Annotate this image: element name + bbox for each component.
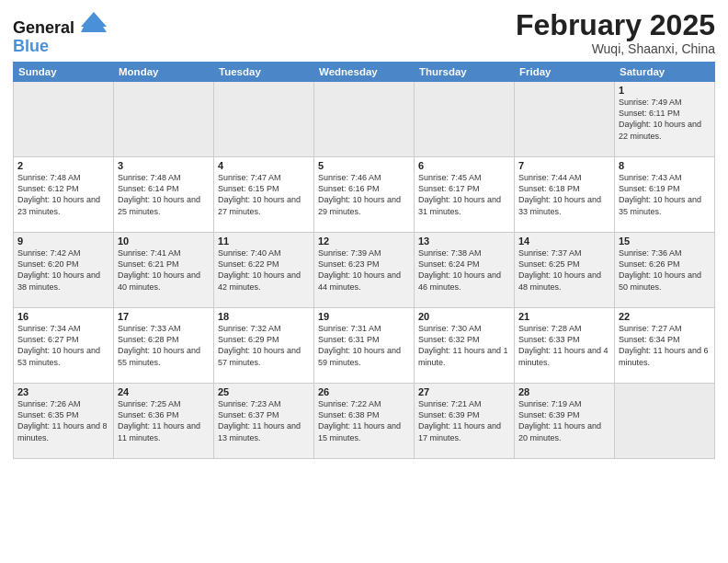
calendar-day: 17Sunrise: 7:33 AM Sunset: 6:28 PM Dayli… [114,308,214,384]
calendar-day: 16Sunrise: 7:34 AM Sunset: 6:27 PM Dayli… [14,308,114,384]
day-info: Sunrise: 7:37 AM Sunset: 6:25 PM Dayligh… [518,247,610,293]
day-info: Sunrise: 7:30 AM Sunset: 6:32 PM Dayligh… [418,323,510,368]
day-number: 4 [218,160,310,171]
day-info: Sunrise: 7:39 AM Sunset: 6:23 PM Dayligh… [318,247,410,293]
header-row: Sunday Monday Tuesday Wednesday Thursday… [14,63,715,82]
calendar-day: 10Sunrise: 7:41 AM Sunset: 6:21 PM Dayli… [114,233,214,308]
calendar-day: 14Sunrise: 7:37 AM Sunset: 6:25 PM Dayli… [515,233,615,308]
day-info: Sunrise: 7:21 AM Sunset: 6:39 PM Dayligh… [418,398,510,443]
calendar-day [615,384,715,459]
day-number: 3 [118,160,210,171]
day-number: 16 [17,311,109,322]
day-number: 25 [218,386,310,397]
day-info: Sunrise: 7:34 AM Sunset: 6:27 PM Dayligh… [17,323,109,368]
calendar-day: 25Sunrise: 7:23 AM Sunset: 6:37 PM Dayli… [214,384,314,459]
day-info: Sunrise: 7:38 AM Sunset: 6:24 PM Dayligh… [418,247,510,293]
calendar-table: Sunday Monday Tuesday Wednesday Thursday… [13,62,715,459]
day-number: 13 [418,236,510,247]
day-number: 23 [17,386,109,397]
calendar-day: 9Sunrise: 7:42 AM Sunset: 6:20 PM Daylig… [14,233,114,308]
day-info: Sunrise: 7:19 AM Sunset: 6:39 PM Dayligh… [518,398,610,443]
day-number: 5 [318,160,410,171]
day-number: 27 [418,386,510,397]
logo-blue: Blue [13,38,107,56]
day-number: 15 [619,236,711,247]
col-saturday: Saturday [615,63,715,82]
day-number: 10 [118,236,210,247]
day-info: Sunrise: 7:22 AM Sunset: 6:38 PM Dayligh… [318,398,410,443]
calendar-header: Sunday Monday Tuesday Wednesday Thursday… [14,63,715,82]
day-number: 19 [318,311,410,322]
calendar-day: 1Sunrise: 7:49 AM Sunset: 6:11 PM Daylig… [615,82,715,157]
day-info: Sunrise: 7:43 AM Sunset: 6:19 PM Dayligh… [619,172,711,217]
calendar-day: 7Sunrise: 7:44 AM Sunset: 6:18 PM Daylig… [515,157,615,233]
day-number: 2 [17,160,109,171]
col-monday: Monday [114,63,214,82]
calendar-day: 8Sunrise: 7:43 AM Sunset: 6:19 PM Daylig… [615,157,715,233]
day-number: 28 [518,386,610,397]
day-info: Sunrise: 7:23 AM Sunset: 6:37 PM Dayligh… [218,398,310,443]
day-info: Sunrise: 7:25 AM Sunset: 6:36 PM Dayligh… [118,398,210,443]
header: General Blue February 2025 Wuqi, Shaanxi… [13,9,715,56]
day-info: Sunrise: 7:42 AM Sunset: 6:20 PM Dayligh… [17,247,109,293]
day-info: Sunrise: 7:44 AM Sunset: 6:18 PM Dayligh… [518,172,610,217]
day-info: Sunrise: 7:33 AM Sunset: 6:28 PM Dayligh… [118,323,210,368]
col-wednesday: Wednesday [314,63,415,82]
day-info: Sunrise: 7:46 AM Sunset: 6:16 PM Dayligh… [318,172,410,217]
calendar-day: 27Sunrise: 7:21 AM Sunset: 6:39 PM Dayli… [415,384,515,459]
calendar-day: 15Sunrise: 7:36 AM Sunset: 6:26 PM Dayli… [615,233,715,308]
calendar-week-1: 2Sunrise: 7:48 AM Sunset: 6:12 PM Daylig… [14,157,715,233]
calendar-day: 11Sunrise: 7:40 AM Sunset: 6:22 PM Dayli… [214,233,314,308]
day-info: Sunrise: 7:48 AM Sunset: 6:12 PM Dayligh… [17,172,109,217]
day-info: Sunrise: 7:47 AM Sunset: 6:15 PM Dayligh… [218,172,310,217]
calendar-day [214,82,314,157]
day-info: Sunrise: 7:31 AM Sunset: 6:31 PM Dayligh… [318,323,410,368]
month-title: February 2025 [516,9,715,41]
day-number: 11 [218,236,310,247]
day-number: 8 [619,160,711,171]
col-thursday: Thursday [415,63,515,82]
calendar-day: 18Sunrise: 7:32 AM Sunset: 6:29 PM Dayli… [214,308,314,384]
day-number: 1 [619,85,711,96]
calendar-day: 6Sunrise: 7:45 AM Sunset: 6:17 PM Daylig… [415,157,515,233]
calendar-week-2: 9Sunrise: 7:42 AM Sunset: 6:20 PM Daylig… [14,233,715,308]
calendar-day: 24Sunrise: 7:25 AM Sunset: 6:36 PM Dayli… [114,384,214,459]
calendar-day: 21Sunrise: 7:28 AM Sunset: 6:33 PM Dayli… [515,308,615,384]
day-info: Sunrise: 7:45 AM Sunset: 6:17 PM Dayligh… [418,172,510,217]
day-number: 26 [318,386,410,397]
calendar-day: 28Sunrise: 7:19 AM Sunset: 6:39 PM Dayli… [515,384,615,459]
calendar-day [114,82,214,157]
day-info: Sunrise: 7:40 AM Sunset: 6:22 PM Dayligh… [218,247,310,293]
day-number: 18 [218,311,310,322]
calendar-week-3: 16Sunrise: 7:34 AM Sunset: 6:27 PM Dayli… [14,308,715,384]
calendar-day: 3Sunrise: 7:48 AM Sunset: 6:14 PM Daylig… [114,157,214,233]
day-info: Sunrise: 7:26 AM Sunset: 6:35 PM Dayligh… [17,398,109,443]
location-subtitle: Wuqi, Shaanxi, China [516,41,715,56]
calendar-week-0: 1Sunrise: 7:49 AM Sunset: 6:11 PM Daylig… [14,82,715,157]
calendar-day [415,82,515,157]
day-info: Sunrise: 7:28 AM Sunset: 6:33 PM Dayligh… [518,323,610,368]
logo-text: General [13,13,107,38]
day-number: 17 [118,311,210,322]
day-number: 14 [518,236,610,247]
col-tuesday: Tuesday [214,63,314,82]
calendar-day: 2Sunrise: 7:48 AM Sunset: 6:12 PM Daylig… [14,157,114,233]
day-info: Sunrise: 7:48 AM Sunset: 6:14 PM Dayligh… [118,172,210,217]
calendar-body: 1Sunrise: 7:49 AM Sunset: 6:11 PM Daylig… [14,82,715,459]
calendar-day [515,82,615,157]
day-number: 7 [518,160,610,171]
logo-general: General [13,18,74,37]
calendar-day: 19Sunrise: 7:31 AM Sunset: 6:31 PM Dayli… [314,308,415,384]
day-info: Sunrise: 7:36 AM Sunset: 6:26 PM Dayligh… [619,247,711,293]
day-number: 6 [418,160,510,171]
day-number: 22 [619,311,711,322]
title-block: February 2025 Wuqi, Shaanxi, China [516,9,715,56]
day-number: 20 [418,311,510,322]
logo-icon [81,11,107,33]
calendar-day: 12Sunrise: 7:39 AM Sunset: 6:23 PM Dayli… [314,233,415,308]
calendar-day: 20Sunrise: 7:30 AM Sunset: 6:32 PM Dayli… [415,308,515,384]
calendar-day: 22Sunrise: 7:27 AM Sunset: 6:34 PM Dayli… [615,308,715,384]
day-number: 24 [118,386,210,397]
logo: General Blue [13,13,107,56]
day-info: Sunrise: 7:41 AM Sunset: 6:21 PM Dayligh… [118,247,210,293]
